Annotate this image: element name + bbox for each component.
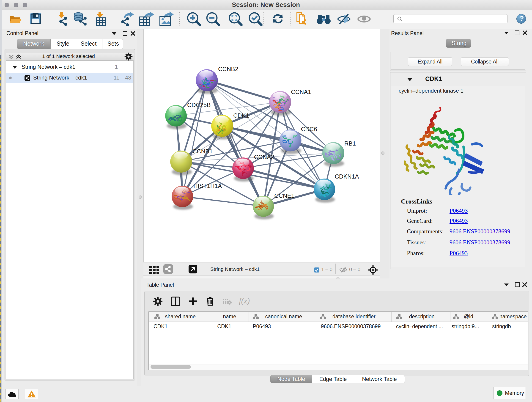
svg-text:RB1: RB1: [344, 140, 356, 147]
svg-text:CCNB2: CCNB2: [218, 65, 238, 72]
svg-text:CDC6: CDC6: [301, 126, 317, 133]
svg-text:HIST1H1A: HIST1H1A: [193, 182, 222, 189]
svg-text:CCNA2: CCNA2: [254, 153, 274, 160]
svg-text:CDC25B: CDC25B: [187, 102, 211, 108]
svg-text:CCNB1: CCNB1: [192, 148, 213, 155]
svg-text:CDK1: CDK1: [233, 112, 249, 119]
svg-text:CCNA1: CCNA1: [291, 89, 311, 95]
svg-text:CDKN1A: CDKN1A: [335, 173, 359, 180]
svg-text:CCNE1: CCNE1: [274, 192, 294, 199]
